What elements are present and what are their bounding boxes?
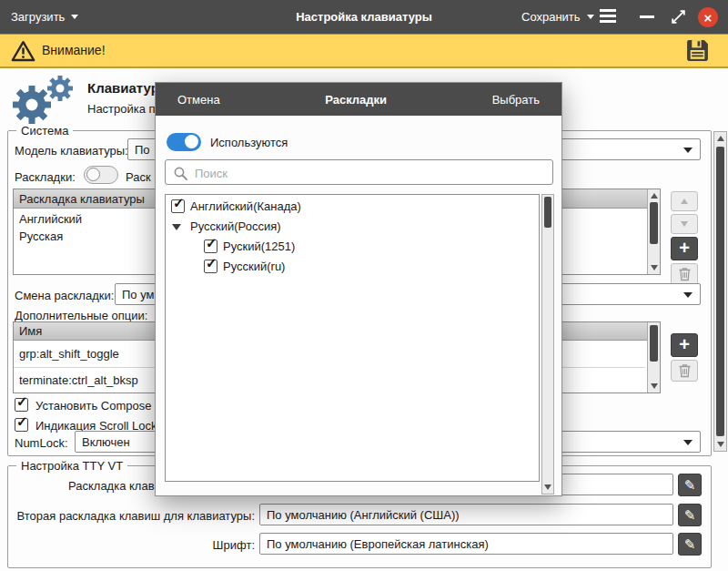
checkbox-checked-icon[interactable] xyxy=(204,260,217,273)
scrollbar-thumb[interactable] xyxy=(650,202,658,244)
menu-button[interactable] xyxy=(600,9,616,23)
trash-icon xyxy=(678,363,692,378)
numlock-label: NumLock: xyxy=(15,436,68,450)
load-menu-label: Загрузить xyxy=(11,10,65,24)
system-group-label: Система xyxy=(16,124,73,138)
scrollbar-thumb[interactable] xyxy=(716,147,724,436)
save-menu-button[interactable]: Сохранить xyxy=(521,0,594,34)
used-toggle-label: Используются xyxy=(210,136,288,149)
floppy-icon xyxy=(685,38,710,63)
plus-icon: + xyxy=(679,335,690,353)
scrollbar-thumb[interactable] xyxy=(544,197,551,228)
warning-icon xyxy=(11,40,35,62)
warning-bar: Внимание! xyxy=(0,34,728,68)
page-subtitle: Настройка п xyxy=(87,102,156,116)
delete-option-button[interactable] xyxy=(671,360,698,382)
scroll-down-icon[interactable] xyxy=(717,442,724,447)
cancel-button[interactable]: Отмена xyxy=(177,93,220,107)
field-value: По умолчанию (Английский (США)) xyxy=(267,508,460,522)
maximize-button[interactable] xyxy=(670,8,687,28)
search-input[interactable] xyxy=(193,163,547,183)
tty-font-field[interactable]: По умолчанию (Европейская латинская) xyxy=(259,533,673,555)
layouts-label: Раскладки: xyxy=(15,170,76,184)
move-down-button[interactable] xyxy=(671,214,698,234)
keyboard-model-label: Модель клавиатуры: xyxy=(15,144,128,158)
tree-item[interactable]: Руский(1251) xyxy=(166,237,539,257)
compose-checkbox-label: Установить Compose xyxy=(35,399,151,413)
warning-text: Внимание! xyxy=(42,43,106,57)
tty-layout-edit-button[interactable]: ✎ xyxy=(678,474,702,496)
tree-item-label: Русский(Россия) xyxy=(190,219,281,233)
layouts-toggle[interactable] xyxy=(84,166,118,184)
tty-second-layout-edit-button[interactable]: ✎ xyxy=(678,504,702,526)
arrow-down-icon xyxy=(681,221,688,227)
layouts-modal: Отмена Раскладки Выбрать Используются Ан… xyxy=(155,82,562,496)
search-box xyxy=(165,159,553,185)
tree-item-label: Русский(ru) xyxy=(223,260,285,273)
close-icon: × xyxy=(704,10,713,25)
titlebar: Настройка клавиатуры Загрузить Сохранить… xyxy=(0,0,728,34)
checkbox-checked-icon[interactable] xyxy=(204,240,217,253)
trash-icon xyxy=(678,267,692,281)
scroll-up-icon[interactable] xyxy=(651,193,658,199)
arrow-up-icon xyxy=(681,199,688,204)
field-value: По умолчанию (Европейская латинская) xyxy=(267,537,489,551)
minimize-button[interactable] xyxy=(637,7,657,27)
tree-item-label: Руский(1251) xyxy=(223,240,295,253)
window-title: Настройка клавиатуры xyxy=(0,0,728,34)
tree-item[interactable]: Английский(Канада) xyxy=(166,197,539,217)
combobox-value: По ум xyxy=(122,288,154,301)
tty-second-layout-label: Вторая раскладка клавиш для клавиатуры: xyxy=(13,509,255,523)
pencil-icon: ✎ xyxy=(684,478,696,492)
modal-scrollbar[interactable] xyxy=(541,194,554,495)
extra-options-label: Дополнительные опции: xyxy=(15,309,147,322)
tree-item-parent[interactable]: Русский(Россия) xyxy=(166,217,539,237)
tree-item-label: Английский(Канада) xyxy=(190,199,301,213)
scrollbar-thumb[interactable] xyxy=(650,325,658,362)
main-scrollbar[interactable] xyxy=(713,131,727,452)
tty-font-label: Шрифт: xyxy=(13,538,255,552)
used-toggle[interactable] xyxy=(167,133,201,151)
scroll-down-icon[interactable] xyxy=(544,484,551,490)
hamburger-icon xyxy=(600,9,616,23)
chevron-down-icon xyxy=(683,440,693,445)
tty-font-edit-button[interactable]: ✎ xyxy=(678,533,702,556)
options-table-scrollbar[interactable] xyxy=(647,322,660,393)
close-button[interactable]: × xyxy=(698,7,718,27)
expand-collapse-icon[interactable] xyxy=(172,224,181,230)
scroll-up-icon[interactable] xyxy=(717,136,724,141)
tree-item[interactable]: Русский(ru) xyxy=(166,257,539,277)
scroll-down-icon[interactable] xyxy=(651,265,658,270)
tty-layout-label: Раскладка клав xyxy=(68,479,155,493)
layouts-toggle-text: Раск xyxy=(126,170,151,184)
caret-down-icon xyxy=(587,15,594,19)
tty-group-label: Настройка TTY VT xyxy=(16,459,127,473)
move-up-button[interactable] xyxy=(671,191,698,211)
save-file-button[interactable] xyxy=(685,38,711,64)
toggle-knob xyxy=(86,168,100,181)
modal-title: Раскладки xyxy=(325,93,387,107)
add-layout-button[interactable]: + xyxy=(671,237,698,260)
app-window: Настройка клавиатуры Загрузить Сохранить… xyxy=(0,0,728,571)
compose-checkbox[interactable] xyxy=(15,398,28,412)
delete-layout-button[interactable] xyxy=(671,263,698,285)
combobox-value: Включен xyxy=(82,435,130,449)
tty-second-layout-field[interactable]: По умолчанию (Английский (США)) xyxy=(259,504,673,525)
layouts-table-scrollbar[interactable] xyxy=(647,189,660,274)
add-option-button[interactable]: + xyxy=(671,333,698,357)
gears-icon xyxy=(7,71,80,127)
save-menu-label: Сохранить xyxy=(521,10,581,24)
scroll-down-icon[interactable] xyxy=(651,383,658,389)
modal-header: Отмена Раскладки Выбрать xyxy=(156,83,561,116)
search-icon xyxy=(173,166,188,181)
select-button[interactable]: Выбрать xyxy=(492,93,540,107)
layout-switch-label: Смена раскладки: xyxy=(15,289,114,302)
expand-icon xyxy=(670,8,687,25)
toggle-knob xyxy=(185,135,198,148)
load-menu-button[interactable]: Загрузить xyxy=(11,0,78,34)
plus-icon: + xyxy=(679,239,690,257)
checkbox-checked-icon[interactable] xyxy=(171,199,185,213)
pencil-icon: ✎ xyxy=(684,537,696,551)
caret-down-icon xyxy=(71,15,78,19)
scrolllock-checkbox[interactable] xyxy=(15,418,28,432)
